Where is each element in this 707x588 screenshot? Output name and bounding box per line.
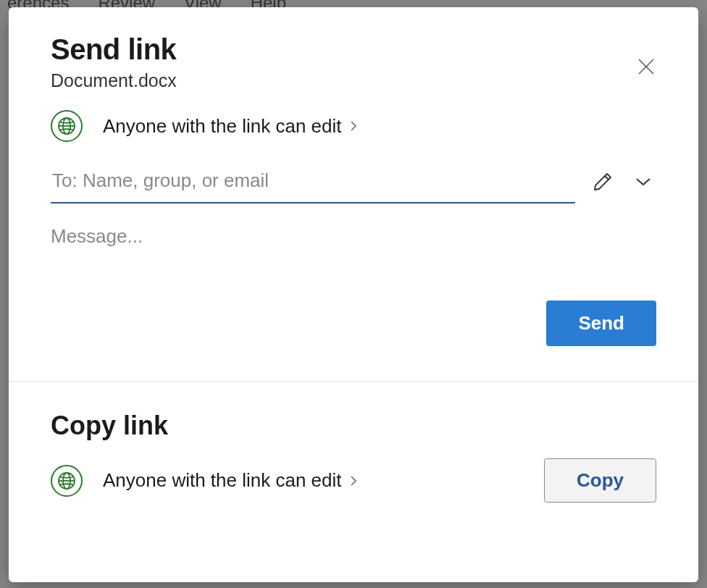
globe-icon xyxy=(51,465,83,497)
recipient-row xyxy=(9,159,698,203)
copy-link-title: Copy link xyxy=(51,411,656,441)
send-row: Send xyxy=(9,301,698,381)
dialog-header: Send link Document.docx xyxy=(9,7,698,101)
chevron-right-icon xyxy=(349,474,358,487)
pencil-icon xyxy=(592,171,614,193)
close-icon xyxy=(636,56,656,77)
message-input[interactable] xyxy=(51,225,656,290)
permission-label: Anyone with the link can edit xyxy=(103,115,358,138)
close-button[interactable] xyxy=(632,52,661,81)
recipient-input[interactable] xyxy=(51,159,575,203)
send-button[interactable]: Send xyxy=(546,301,656,346)
svg-line-5 xyxy=(605,176,608,180)
document-name: Document.docx xyxy=(51,70,656,91)
message-area xyxy=(9,203,698,301)
chevron-down-icon xyxy=(635,177,652,187)
copy-link-row: Anyone with the link can edit Copy xyxy=(51,458,656,503)
copy-link-settings-button[interactable]: Anyone with the link can edit xyxy=(51,465,524,497)
share-dialog: Send link Document.docx Anyone with the … xyxy=(9,7,698,582)
copy-button[interactable]: Copy xyxy=(544,458,656,503)
chevron-right-icon xyxy=(349,119,358,133)
permission-dropdown-button[interactable] xyxy=(630,169,656,195)
copy-permission-label: Anyone with the link can edit xyxy=(103,469,358,492)
edit-permission-button[interactable] xyxy=(590,169,616,195)
copy-link-section: Copy link Anyone with the link can edit xyxy=(9,382,698,529)
link-settings-button[interactable]: Anyone with the link can edit xyxy=(9,101,698,159)
dialog-title: Send link xyxy=(51,33,656,66)
globe-icon xyxy=(51,110,83,142)
